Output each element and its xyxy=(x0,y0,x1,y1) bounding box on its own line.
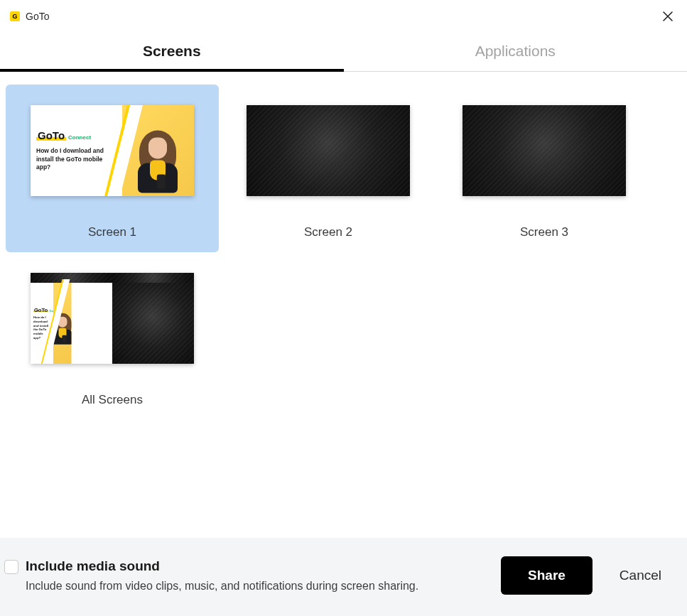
screen-grid: GoTo Connect How do I download and insta… xyxy=(0,72,687,538)
media-sound-title: Include media sound xyxy=(26,558,418,574)
goto-preview-question: How do I download and install the GoTo m… xyxy=(36,147,114,171)
person-illustration xyxy=(133,130,183,174)
screen-option-1[interactable]: GoTo Connect How do I download and insta… xyxy=(6,85,219,252)
screen-option-3[interactable]: Screen 3 xyxy=(438,85,651,252)
screen-thumb-wrap: GoToConnect How do I download and instal… xyxy=(11,258,213,379)
screen-thumbnail xyxy=(462,105,626,196)
cancel-button[interactable]: Cancel xyxy=(620,568,661,583)
screen-label: Screen 2 xyxy=(304,225,352,239)
tab-applications[interactable]: Applications xyxy=(344,28,688,72)
footer-actions: Share Cancel xyxy=(501,556,661,595)
app-logo-icon: G xyxy=(10,11,20,21)
tabs: Screens Applications xyxy=(0,28,687,72)
screen-label: All Screens xyxy=(82,393,143,407)
media-sound-description: Include sound from video clips, music, a… xyxy=(26,580,418,593)
screen-thumb-wrap xyxy=(227,90,429,211)
screen-thumb-wrap xyxy=(443,90,645,211)
goto-preview-card: GoTo Connect How do I download and insta… xyxy=(31,105,194,196)
tab-screens[interactable]: Screens xyxy=(0,28,344,72)
footer-left: Include media sound Include sound from v… xyxy=(4,558,418,593)
screen-thumbnail xyxy=(247,105,410,196)
goto-logo-sub: Connect xyxy=(68,134,91,141)
screen-option-2[interactable]: Screen 2 xyxy=(222,85,435,252)
goto-logo-text: GoTo xyxy=(36,129,66,141)
goto-logo: GoTo Connect xyxy=(36,129,117,141)
footer-text: Include media sound Include sound from v… xyxy=(26,558,418,593)
titlebar: G GoTo xyxy=(0,0,687,28)
screen-label: Screen 1 xyxy=(88,225,136,239)
screen-thumb-wrap: GoTo Connect How do I download and insta… xyxy=(11,90,213,211)
screen-option-all[interactable]: GoToConnect How do I download and instal… xyxy=(6,252,219,420)
close-button[interactable] xyxy=(659,7,677,26)
composite-thumbnail: GoToConnect How do I download and instal… xyxy=(31,273,194,364)
app-title: GoTo xyxy=(26,11,49,22)
close-icon xyxy=(661,10,674,23)
screen-label: Screen 3 xyxy=(520,225,568,239)
footer: Include media sound Include sound from v… xyxy=(0,538,687,616)
include-media-sound-checkbox[interactable] xyxy=(4,560,18,574)
titlebar-left: G GoTo xyxy=(10,11,49,22)
screen-thumbnail: GoTo Connect How do I download and insta… xyxy=(31,105,194,196)
share-button[interactable]: Share xyxy=(501,556,593,595)
